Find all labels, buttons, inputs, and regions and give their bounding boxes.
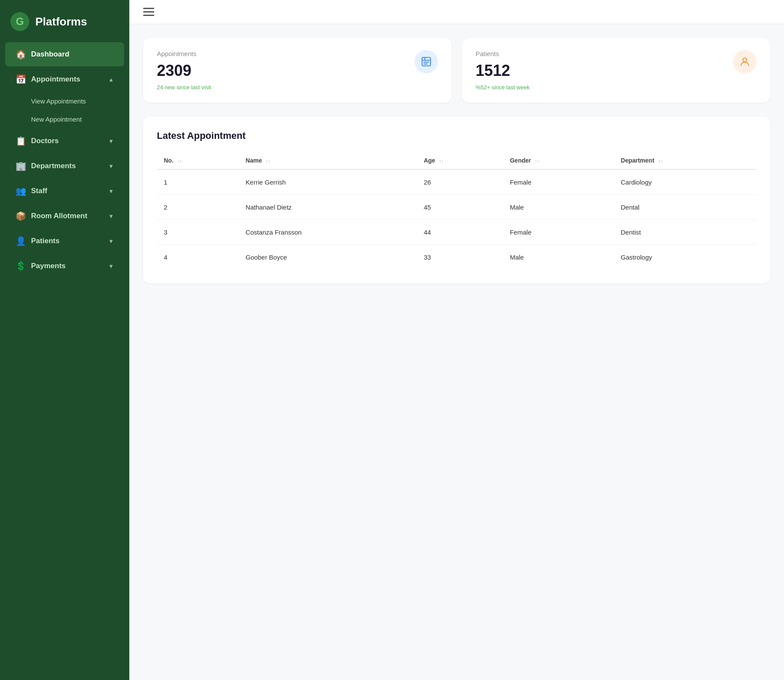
- sidebar-item-label-payments: Payments: [31, 262, 66, 270]
- patients-stat-card: Patients 1512 %52+ since last week: [462, 38, 771, 103]
- col-department: Department ↑↓: [614, 152, 756, 169]
- sidebar-item-patients[interactable]: 👤 Patients ▼: [5, 229, 124, 253]
- sidebar-item-appointments[interactable]: 📅 Appointments ▲: [5, 67, 124, 91]
- cell-name: Nathanael Dietz: [239, 195, 417, 220]
- appointments-chevron-icon: ▲: [108, 76, 114, 83]
- col-name: Name ↑↓: [239, 152, 417, 169]
- patients-stat-sub: %52+ since last week: [476, 84, 530, 91]
- sidebar-item-doctors[interactable]: 📋 Doctors ▼: [5, 129, 124, 153]
- appointments-stat-icon: [415, 50, 438, 73]
- sidebar: G Platforms 🏠 Dashboard 📅 Appointments ▲…: [0, 0, 129, 680]
- cell-department: Dental: [614, 195, 756, 220]
- cell-name: Goober Boyce: [239, 245, 417, 270]
- room-allotment-icon: 📦: [16, 211, 25, 221]
- hamburger-menu-button[interactable]: [143, 8, 154, 16]
- patients-stat-label: Patients: [476, 50, 530, 57]
- cell-no: 3: [157, 220, 239, 245]
- appointments-stat-sub: 24 new since last visit: [157, 84, 211, 91]
- appointments-stat-value: 2309: [157, 62, 211, 80]
- sidebar-item-staff[interactable]: 👥 Staff ▼: [5, 179, 124, 203]
- sidebar-item-room-allotment[interactable]: 📦 Room Allotment ▼: [5, 204, 124, 228]
- payments-chevron-icon: ▼: [108, 263, 114, 269]
- sort-no-icon[interactable]: ↑↓: [177, 158, 182, 163]
- sidebar-header: G Platforms: [0, 0, 129, 41]
- sidebar-item-label-dashboard: Dashboard: [31, 50, 69, 59]
- sidebar-item-label-doctors: Doctors: [31, 137, 59, 145]
- departments-icon: 🏢: [16, 161, 25, 171]
- cell-age: 44: [417, 220, 503, 245]
- view-appointments-label: View Appointments: [31, 97, 86, 105]
- appointments-stat-label: Appointments: [157, 50, 211, 57]
- cell-no: 2: [157, 195, 239, 220]
- stats-row: Appointments 2309 24 new since last visi…: [143, 38, 770, 103]
- table-title: Latest Appointment: [157, 130, 756, 141]
- doctors-chevron-icon: ▼: [108, 138, 114, 144]
- cell-gender: Female: [503, 220, 614, 245]
- sort-age-icon[interactable]: ↑↓: [439, 158, 444, 163]
- cell-name: Kerrie Gerrish: [239, 169, 417, 195]
- sidebar-item-label-appointments: Appointments: [31, 75, 80, 84]
- cell-age: 26: [417, 169, 503, 195]
- sidebar-logo: G: [10, 12, 29, 31]
- staff-icon: 👥: [16, 186, 25, 196]
- new-appointment-label: New Appointment: [31, 116, 82, 123]
- sort-department-icon[interactable]: ↑↓: [658, 158, 663, 163]
- sidebar-item-departments[interactable]: 🏢 Departments ▼: [5, 154, 124, 178]
- cell-department: Cardiology: [614, 169, 756, 195]
- staff-chevron-icon: ▼: [108, 188, 114, 194]
- sidebar-item-payments[interactable]: 💲 Payments ▼: [5, 254, 124, 278]
- sort-name-icon[interactable]: ↑↓: [266, 158, 271, 163]
- sidebar-item-dashboard[interactable]: 🏠 Dashboard: [5, 42, 124, 66]
- svg-point-5: [743, 58, 747, 62]
- sidebar-item-label-departments: Departments: [31, 162, 76, 170]
- patients-stat-value: 1512: [476, 62, 530, 80]
- sidebar-nav: 🏠 Dashboard 📅 Appointments ▲ View Appoin…: [0, 41, 129, 680]
- patients-chevron-icon: ▼: [108, 238, 114, 244]
- cell-age: 33: [417, 245, 503, 270]
- sidebar-item-label-room-allotment: Room Allotment: [31, 212, 87, 220]
- page-content: Appointments 2309 24 new since last visi…: [129, 24, 784, 297]
- payments-icon: 💲: [16, 261, 25, 271]
- table-row: 2Nathanael Dietz45MaleDental: [157, 195, 756, 220]
- col-gender: Gender ↑↓: [503, 152, 614, 169]
- sidebar-item-label-staff: Staff: [31, 187, 47, 195]
- sidebar-title: Platforms: [35, 15, 87, 28]
- appointments-table: No. ↑↓ Name ↑↓ Age ↑↓ Gender: [157, 152, 756, 269]
- col-age: Age ↑↓: [417, 152, 503, 169]
- cell-no: 1: [157, 169, 239, 195]
- cell-age: 45: [417, 195, 503, 220]
- sidebar-item-label-patients: Patients: [31, 237, 59, 245]
- table-row: 3Costanza Fransson44FemaleDentist: [157, 220, 756, 245]
- patients-icon: 👤: [16, 236, 25, 246]
- patients-stat-icon: [733, 50, 756, 73]
- sidebar-item-new-appointment[interactable]: New Appointment: [5, 110, 124, 128]
- cell-department: Dentist: [614, 220, 756, 245]
- cell-department: Gastrology: [614, 245, 756, 270]
- table-row: 1Kerrie Gerrish26FemaleCardiology: [157, 169, 756, 195]
- col-no: No. ↑↓: [157, 152, 239, 169]
- appointments-icon: 📅: [16, 74, 25, 85]
- cell-gender: Male: [503, 245, 614, 270]
- topbar: [129, 0, 784, 24]
- table-row: 4Goober Boyce33MaleGastrology: [157, 245, 756, 270]
- appointments-stat-card: Appointments 2309 24 new since last visi…: [143, 38, 452, 103]
- cell-gender: Female: [503, 169, 614, 195]
- doctors-icon: 📋: [16, 136, 25, 146]
- sort-gender-icon[interactable]: ↑↓: [535, 158, 540, 163]
- latest-appointment-card: Latest Appointment No. ↑↓ Name ↑↓ Age: [143, 116, 770, 283]
- table-body: 1Kerrie Gerrish26FemaleCardiology2Nathan…: [157, 169, 756, 269]
- departments-chevron-icon: ▼: [108, 163, 114, 169]
- cell-gender: Male: [503, 195, 614, 220]
- table-header-row: No. ↑↓ Name ↑↓ Age ↑↓ Gender: [157, 152, 756, 169]
- cell-no: 4: [157, 245, 239, 270]
- main-content: Appointments 2309 24 new since last visi…: [129, 0, 784, 680]
- room-allotment-chevron-icon: ▼: [108, 213, 114, 219]
- dashboard-icon: 🏠: [16, 49, 25, 60]
- cell-name: Costanza Fransson: [239, 220, 417, 245]
- sidebar-item-view-appointments[interactable]: View Appointments: [5, 92, 124, 110]
